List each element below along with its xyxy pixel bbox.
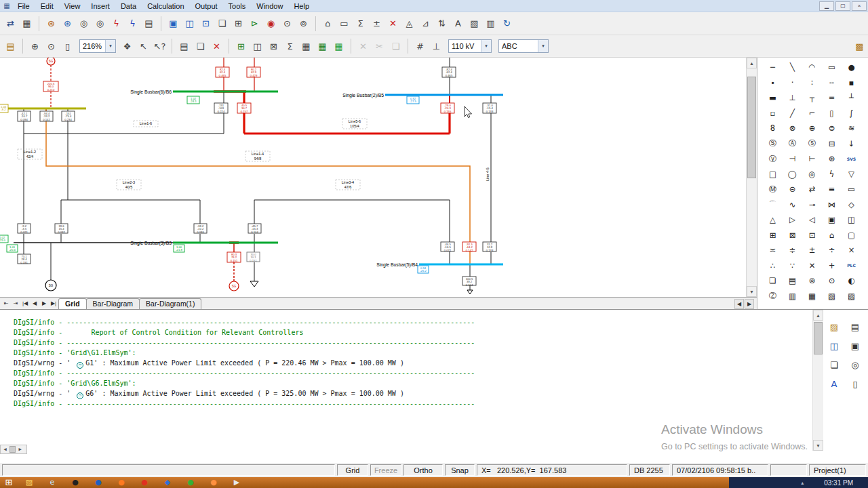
dropdown-arrow-icon[interactable]: ▾	[105, 40, 115, 52]
app-blue-icon[interactable]: ●	[87, 477, 110, 488]
menu-output[interactable]: Output	[190, 1, 223, 11]
palette-page-frame-icon[interactable]: ❏	[763, 273, 783, 289]
palette-sine-wave-icon[interactable]: ∿	[783, 197, 802, 213]
sum-icon[interactable]: Σ	[353, 16, 368, 31]
palette-relay-box-icon[interactable]: □	[763, 167, 783, 182]
palette-breaker-small-icon[interactable]: ▫	[763, 106, 783, 121]
copy-page-icon[interactable]: ◫	[250, 39, 265, 54]
stamp-icon[interactable]: ✕	[209, 39, 224, 54]
palette-dc-source-icon[interactable]: ⊝	[783, 182, 802, 197]
palette-line-slash-icon[interactable]: ╱	[783, 106, 802, 121]
context-help-cursor-icon[interactable]: ↖?	[152, 39, 167, 54]
update-database-icon[interactable]: ⊚	[296, 16, 311, 31]
scroll-thumb[interactable]	[9, 446, 16, 453]
edit-relevant-objects-icon[interactable]: ▦	[19, 16, 35, 31]
tab-nav-button[interactable]: ▶|	[49, 298, 58, 308]
app-green-icon[interactable]: ●	[179, 477, 202, 488]
virtual-instrument-icon[interactable]: ▣	[165, 16, 181, 31]
palette-pv-system-icon[interactable]: ⊛	[822, 151, 842, 167]
diagram-canvas[interactable]: Single Busbar(6)/B6Single Busbar(2)/B5Si…	[0, 58, 746, 297]
new-page-icon[interactable]: ▯	[60, 39, 75, 54]
minimize-button[interactable]: ▁	[819, 1, 834, 11]
palette-half-circle-icon[interactable]: ◐	[842, 273, 861, 289]
mdi-child-icon[interactable]: ▦	[1, 2, 12, 9]
palette-dotted-equal-icon[interactable]: ≑	[783, 243, 802, 258]
triangle-tool-icon[interactable]: ◬	[401, 16, 417, 31]
output-vertical-scrollbar[interactable]: ▲ ▼	[812, 310, 823, 451]
palette-table-c-icon[interactable]: ▧	[822, 289, 842, 304]
scroll-right-button[interactable]: ▶	[16, 445, 24, 453]
opera-icon[interactable]: ●	[133, 477, 156, 488]
menu-file[interactable]: File	[12, 1, 35, 11]
palette-terminal-dot-icon[interactable]: ∙	[763, 75, 783, 91]
export-icon[interactable]: ▯	[847, 376, 863, 391]
output-report-icon[interactable]: ▤	[141, 16, 157, 31]
output-horizontal-scrollbar[interactable]: ◀ ▶	[0, 445, 27, 454]
palette-external-grid-icon[interactable]: ⊟	[822, 136, 842, 152]
paste-icon[interactable]: ⊞	[231, 16, 246, 31]
zoom-level-combo[interactable]: 216%▾	[79, 39, 116, 53]
palette-junction-dots-icon[interactable]: ∶	[802, 75, 822, 91]
angle-tool-icon[interactable]: ⊿	[418, 16, 433, 31]
sum-results-icon[interactable]: Σ	[282, 39, 298, 54]
palette-converter-icon[interactable]: ⇄	[802, 182, 822, 197]
palette-svs-device-icon[interactable]: SVS	[842, 151, 861, 167]
zoom-in-icon[interactable]: ⊕	[27, 39, 43, 54]
palette-line-icon[interactable]: ─	[763, 60, 783, 75]
insert-element-icon[interactable]: ✕	[385, 16, 401, 31]
palette-corner-icon[interactable]: ⌐	[802, 106, 822, 121]
insert-page-icon[interactable]: ⊞	[233, 39, 249, 54]
palette-split-box-icon[interactable]: ◫	[842, 212, 861, 228]
network-graphic-icon[interactable]: ◫	[182, 16, 197, 31]
palette-open-rect-icon[interactable]: ▯	[822, 106, 842, 121]
palette-filled-circle-icon[interactable]: ●	[842, 60, 861, 75]
palette-transformer-3w-icon[interactable]: ⊗	[783, 121, 802, 136]
palette-diamond-icon[interactable]: ◇	[842, 197, 861, 213]
tab-nav-button[interactable]: |◀	[20, 298, 30, 308]
firefox-2-icon[interactable]: ●	[202, 477, 225, 488]
palette-circle-ring-icon[interactable]: ⊚	[802, 273, 822, 289]
copy-icon[interactable]: ❏	[214, 16, 230, 31]
palette-arc-icon[interactable]: ◠	[802, 60, 822, 75]
scroll-down-button[interactable]: ▼	[813, 440, 823, 451]
connection-line[interactable]	[24, 121, 224, 134]
zoom-data-icon[interactable]: ◎	[76, 16, 92, 31]
palette-busbar-tap-icon[interactable]: ┬	[802, 90, 822, 106]
palette-grid-dot-icon[interactable]: ⊡	[802, 228, 822, 243]
media-player-icon[interactable]: ▶	[225, 477, 248, 488]
app-dark-icon[interactable]: ●	[64, 477, 87, 488]
palette-triangle-up-icon[interactable]: △	[763, 212, 783, 228]
text-tool-icon[interactable]: A	[450, 16, 466, 31]
palette-filled-box-icon[interactable]: ▣	[822, 212, 842, 228]
scroll-track[interactable]	[747, 68, 757, 286]
file-explorer-icon[interactable]: ▨	[18, 477, 41, 488]
palette-short-circuit-flash-icon[interactable]: ϟ	[822, 167, 842, 182]
palette-vt-circle-icon[interactable]: ◎	[802, 167, 822, 182]
palette-circle-dot-icon[interactable]: ⊙	[822, 273, 842, 289]
pages-icon[interactable]: ❏	[826, 357, 842, 372]
result-table-icon[interactable]: ▦	[315, 39, 330, 54]
palette-general-load-icon[interactable]: ↓	[842, 136, 861, 152]
restore-button[interactable]: ▢	[835, 1, 850, 11]
canvas-vertical-scrollbar[interactable]: ▲ ▼	[746, 58, 757, 297]
palette-copy-frame-icon[interactable]: ▤	[783, 273, 802, 289]
copy-output-icon[interactable]: ▣	[847, 338, 863, 353]
calculation-options-icon[interactable]: ⊛	[43, 16, 59, 31]
palette-divide-icon[interactable]: ÷	[822, 243, 842, 258]
start-button[interactable]: ⊞	[0, 477, 18, 488]
tab-nav-button[interactable]: ⇤	[1, 298, 11, 308]
tab-nav-button[interactable]: ◀	[30, 298, 39, 308]
palette-booster-icon[interactable]: ⊜	[822, 121, 842, 136]
calculator-icon[interactable]: ▦	[298, 39, 314, 54]
palette-arc-top-icon[interactable]: ⌒	[763, 197, 783, 213]
palette-series-reactor-icon[interactable]: ≋	[842, 121, 861, 136]
menu-view[interactable]: View	[59, 1, 86, 11]
maximize-graphic-icon[interactable]: ⌂	[320, 16, 336, 31]
print-output-icon[interactable]: ▤	[847, 319, 863, 334]
palette-empty-box-icon[interactable]: ▢	[842, 228, 861, 243]
palette-fuse-curve-icon[interactable]: ∫	[842, 106, 861, 121]
print-preview-icon[interactable]: ❏	[193, 39, 208, 54]
menu-calculation[interactable]: Calculation	[142, 1, 189, 11]
palette-autotransformer-icon[interactable]: ⊕	[802, 121, 822, 136]
cut-icon[interactable]: ✂	[372, 39, 387, 54]
